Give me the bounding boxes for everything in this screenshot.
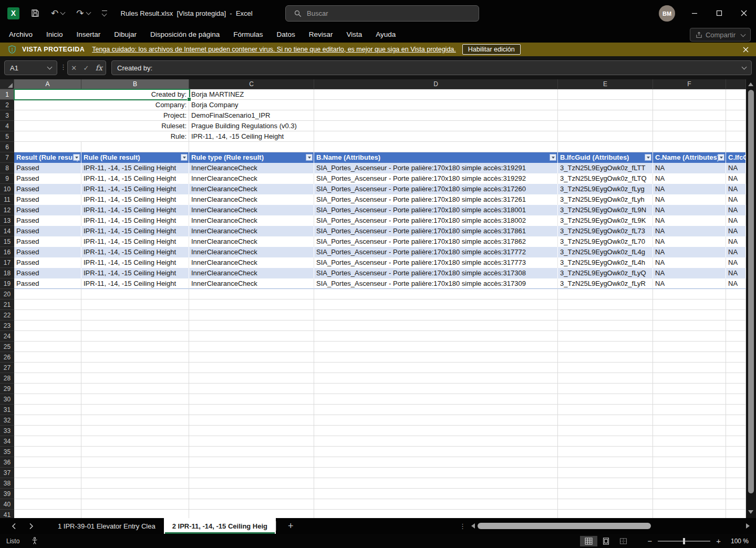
cell-E36[interactable] (558, 457, 653, 468)
row-header-18[interactable]: 18 (0, 268, 14, 278)
row-header-27[interactable]: 27 (0, 363, 14, 373)
scroll-up-icon[interactable] (748, 82, 753, 86)
cell-C32[interactable] (189, 415, 314, 426)
customize-quick-access-icon[interactable] (102, 11, 107, 16)
cell-C41[interactable] (189, 510, 314, 518)
row-header-1[interactable]: 1 (0, 89, 14, 100)
cell-B6[interactable] (81, 142, 189, 152)
cell-B29[interactable] (81, 384, 189, 394)
cell-D16[interactable]: SIA_Portes_Ascenseur - Porte palière:170… (314, 247, 558, 257)
cell-G15[interactable]: NA (726, 236, 746, 247)
row-header-14[interactable]: 14 (0, 226, 14, 236)
column-header-A[interactable]: A (14, 79, 81, 89)
cell-E31[interactable] (558, 405, 653, 415)
cell-E20[interactable] (558, 289, 653, 299)
formula-bar-drag-handle[interactable]: ⋮ (60, 63, 67, 71)
redo-icon[interactable]: ↷ (76, 9, 90, 18)
sheet-nav-right-icon[interactable] (29, 523, 34, 530)
cell-D6[interactable] (314, 142, 558, 152)
cell-B35[interactable] (81, 447, 189, 457)
cell-D33[interactable] (314, 426, 558, 436)
cell-C36[interactable] (189, 457, 314, 468)
cell-D24[interactable] (314, 331, 558, 342)
cell-G19[interactable]: NA (726, 278, 746, 289)
cell-E30[interactable] (558, 394, 653, 405)
avatar[interactable]: BM (659, 5, 675, 22)
row-header-31[interactable]: 31 (0, 405, 14, 415)
cell-G22[interactable] (726, 310, 746, 320)
row-header-24[interactable]: 24 (0, 331, 14, 342)
cell-C13[interactable]: InnerClearanceCheck (189, 215, 314, 226)
cell-E17[interactable]: 3_TzN25L9EygOwk0z_fL4h (558, 257, 653, 268)
cell-C28[interactable] (189, 373, 314, 384)
cell-B25[interactable] (81, 342, 189, 352)
cell-F5[interactable] (653, 131, 726, 142)
cancel-entry-icon[interactable]: ✕ (71, 64, 77, 72)
cell-A37[interactable] (14, 468, 81, 478)
cell-G36[interactable] (726, 457, 746, 468)
ribbon-tab-insertar[interactable]: Insertar (70, 26, 108, 43)
filter-button[interactable] (718, 154, 724, 161)
protected-view-message[interactable]: Tenga cuidado: los archivos de Internet … (92, 46, 456, 53)
cell-C11[interactable]: InnerClearanceCheck (189, 194, 314, 205)
row-header-7[interactable]: 7 (0, 152, 14, 163)
cell-C31[interactable] (189, 405, 314, 415)
cell-D2[interactable] (314, 100, 558, 110)
row-header-17[interactable]: 17 (0, 257, 14, 268)
cell-D22[interactable] (314, 310, 558, 320)
cell-D34[interactable] (314, 436, 558, 447)
redo-chevron-icon[interactable] (86, 10, 91, 15)
cell-D9[interactable]: SIA_Portes_Ascenseur - Porte palière:170… (314, 173, 558, 184)
cell-D36[interactable] (314, 457, 558, 468)
cell-C4[interactable]: Prague Building Regulations (v0.3) (189, 121, 314, 131)
cell-D37[interactable] (314, 468, 558, 478)
cell-C39[interactable] (189, 489, 314, 499)
vertical-scrollbar-thumb[interactable] (748, 90, 754, 493)
row-header-39[interactable]: 39 (0, 489, 14, 499)
cell-G39[interactable] (726, 489, 746, 499)
row-header-25[interactable]: 25 (0, 342, 14, 352)
cell-F2[interactable] (653, 100, 726, 110)
cell-D28[interactable] (314, 373, 558, 384)
cell-E26[interactable] (558, 352, 653, 363)
zoom-level[interactable]: 100 % (731, 537, 749, 545)
row-header-12[interactable]: 12 (0, 205, 14, 215)
column-header-D[interactable]: D (314, 79, 558, 89)
vertical-scrollbar[interactable] (746, 79, 756, 518)
cell-D21[interactable] (314, 299, 558, 310)
cell-G38[interactable] (726, 478, 746, 489)
cell-A16[interactable]: Passed (14, 247, 81, 257)
normal-view-button[interactable] (580, 536, 597, 546)
cell-C16[interactable]: InnerClearanceCheck (189, 247, 314, 257)
cell-D1[interactable] (314, 89, 558, 100)
ribbon-tab-revisar[interactable]: Revisar (302, 26, 340, 43)
cell-D3[interactable] (314, 110, 558, 121)
cell-F37[interactable] (653, 468, 726, 478)
cell-F34[interactable] (653, 436, 726, 447)
cell-B23[interactable] (81, 320, 189, 331)
cell-A13[interactable]: Passed (14, 215, 81, 226)
undo-chevron-icon[interactable] (60, 10, 66, 15)
cell-C9[interactable]: InnerClearanceCheck (189, 173, 314, 184)
table-header-b-name-attributes[interactable]: B.Name (Attributes) (314, 152, 558, 163)
cell-A21[interactable] (14, 299, 81, 310)
cell-B36[interactable] (81, 457, 189, 468)
cell-C27[interactable] (189, 363, 314, 373)
cell-B13[interactable]: IPR-11, -14, -15 Ceiling Height (81, 215, 189, 226)
cell-G1[interactable] (726, 89, 746, 100)
cell-G20[interactable] (726, 289, 746, 299)
ribbon-tab-vista[interactable]: Vista (340, 26, 369, 43)
cell-B17[interactable]: IPR-11, -14, -15 Ceiling Height (81, 257, 189, 268)
cell-E16[interactable]: 3_TzN25L9EygOwk0z_fL4g (558, 247, 653, 257)
cell-D4[interactable] (314, 121, 558, 131)
cell-A6[interactable] (14, 142, 81, 152)
row-header-35[interactable]: 35 (0, 447, 14, 457)
cell-F16[interactable]: NA (653, 247, 726, 257)
cell-G3[interactable] (726, 110, 746, 121)
cell-E25[interactable] (558, 342, 653, 352)
cell-E4[interactable] (558, 121, 653, 131)
cell-D29[interactable] (314, 384, 558, 394)
cell-E38[interactable] (558, 478, 653, 489)
cell-B20[interactable] (81, 289, 189, 299)
cell-D15[interactable]: SIA_Portes_Ascenseur - Porte palière:170… (314, 236, 558, 247)
